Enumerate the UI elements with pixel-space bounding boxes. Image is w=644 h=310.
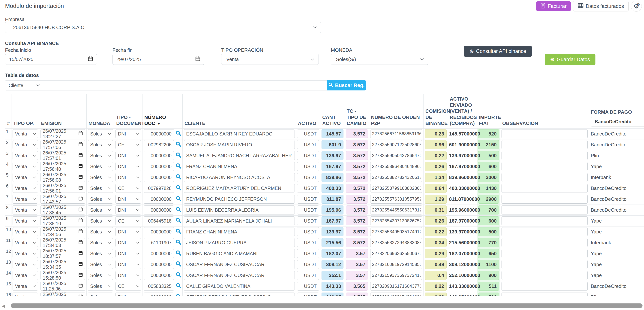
orden-p2p-input[interactable]: [370, 184, 422, 193]
orden-p2p-input[interactable]: [370, 249, 422, 258]
search-lookup-icon[interactable]: [176, 152, 182, 159]
calendar-icon[interactable]: [78, 294, 83, 296]
observacion-input[interactable]: [502, 173, 588, 182]
activo-input[interactable]: [297, 205, 319, 214]
fecha-fin-input[interactable]: 29/07/2025: [112, 54, 204, 65]
tipo-doc-select[interactable]: DNI: [116, 195, 141, 204]
buscar-reg-button[interactable]: Buscar Reg.: [327, 80, 366, 91]
calendar-icon[interactable]: [78, 142, 83, 148]
moneda-row-select[interactable]: Soles: [88, 238, 113, 247]
observacion-input[interactable]: [502, 249, 588, 258]
observacion-input[interactable]: [502, 195, 588, 204]
emision-datetime-input[interactable]: 25/07/2025 11:25:36: [40, 282, 85, 291]
search-lookup-icon[interactable]: [176, 163, 182, 170]
tipo-operacion-select[interactable]: Venta: [221, 54, 319, 65]
search-lookup-icon[interactable]: [176, 196, 182, 203]
moneda-row-select[interactable]: Soles: [88, 173, 113, 182]
calendar-icon[interactable]: [88, 56, 93, 63]
search-lookup-icon[interactable]: [176, 130, 182, 138]
calendar-icon[interactable]: [78, 251, 83, 256]
activo-input[interactable]: [297, 173, 319, 182]
observacion-input[interactable]: [502, 162, 588, 171]
moneda-row-select[interactable]: Soles: [88, 140, 113, 149]
search-input[interactable]: [43, 80, 327, 91]
moneda-row-select[interactable]: Soles: [88, 195, 113, 204]
calendar-icon[interactable]: [78, 185, 83, 191]
tipo-op-select[interactable]: Venta: [12, 162, 38, 171]
calendar-icon[interactable]: [78, 175, 83, 180]
observacion-input[interactable]: [502, 260, 588, 269]
search-lookup-icon[interactable]: [176, 228, 182, 235]
observacion-input[interactable]: [502, 184, 588, 193]
emision-datetime-input[interactable]: 25/07/2025 15:34:35: [40, 260, 85, 269]
cliente-input[interactable]: [184, 162, 295, 171]
emision-datetime-input[interactable]: 26/07/2025 17:38:10: [40, 216, 85, 225]
observacion-input[interactable]: [502, 227, 588, 236]
tipo-doc-select[interactable]: CE: [116, 282, 141, 291]
cliente-input[interactable]: [184, 184, 295, 193]
tipo-op-select[interactable]: Venta: [12, 129, 38, 138]
search-lookup-icon[interactable]: [176, 250, 182, 257]
numero-doc-input[interactable]: [144, 271, 174, 280]
activo-input[interactable]: [297, 282, 319, 291]
orden-p2p-input[interactable]: [370, 151, 422, 160]
tipo-doc-select[interactable]: DNI: [116, 292, 141, 296]
numero-doc-input[interactable]: [144, 238, 174, 247]
cliente-input[interactable]: [184, 249, 295, 258]
moneda-row-select[interactable]: Soles: [88, 292, 113, 296]
cliente-input[interactable]: [184, 292, 295, 296]
activo-input[interactable]: [297, 184, 319, 193]
orden-p2p-input[interactable]: [370, 292, 422, 296]
col-header-numero-doc[interactable]: NÚMERO DOC▼: [142, 94, 182, 129]
fecha-inicio-input[interactable]: 15/07/2025: [5, 54, 97, 65]
emision-datetime-input[interactable]: 26/07/2025 17:56:01: [40, 184, 85, 193]
numero-doc-input[interactable]: [144, 227, 174, 236]
search-lookup-icon[interactable]: [176, 272, 182, 279]
observacion-input[interactable]: [502, 140, 588, 149]
tipo-op-select[interactable]: Venta: [12, 238, 38, 247]
tipo-op-select[interactable]: Venta: [12, 205, 38, 214]
tipo-op-select[interactable]: Venta: [12, 140, 38, 149]
calendar-icon[interactable]: [78, 131, 83, 137]
forma-pago-filter-select[interactable]: BancoDeCredito: [591, 117, 644, 127]
moneda-row-select[interactable]: Soles: [88, 260, 113, 269]
tipo-doc-select[interactable]: DNI: [116, 173, 141, 182]
calendar-icon[interactable]: [195, 56, 200, 63]
orden-p2p-input[interactable]: [370, 195, 422, 204]
numero-doc-input[interactable]: [144, 260, 174, 269]
tipo-doc-select[interactable]: DNI: [116, 205, 141, 214]
activo-input[interactable]: [297, 129, 319, 138]
moneda-row-select[interactable]: Soles: [88, 216, 113, 225]
numero-doc-input[interactable]: [144, 184, 174, 193]
cliente-input[interactable]: [184, 227, 295, 236]
orden-p2p-input[interactable]: [370, 216, 422, 225]
calendar-icon[interactable]: [78, 164, 83, 169]
moneda-row-select[interactable]: Soles: [88, 227, 113, 236]
observacion-input[interactable]: [502, 238, 588, 247]
observacion-input[interactable]: [502, 205, 588, 214]
tipo-doc-select[interactable]: CE: [116, 184, 141, 193]
observacion-input[interactable]: [502, 216, 588, 225]
settings-button[interactable]: ⚙ ⚙: [631, 1, 642, 12]
tipo-doc-select[interactable]: DNI: [116, 249, 141, 258]
activo-input[interactable]: [297, 271, 319, 280]
moneda-row-select[interactable]: Soles: [88, 271, 113, 280]
search-lookup-icon[interactable]: [176, 293, 182, 296]
tipo-op-select[interactable]: Venta: [12, 173, 38, 182]
orden-p2p-input[interactable]: [370, 173, 422, 182]
calendar-icon[interactable]: [78, 207, 83, 213]
tipo-op-select[interactable]: Venta: [12, 216, 38, 225]
emision-datetime-input[interactable]: 26/07/2025 17:57:01: [40, 151, 85, 160]
numero-doc-input[interactable]: [144, 205, 174, 214]
calendar-icon[interactable]: [78, 153, 83, 158]
calendar-icon[interactable]: [78, 218, 83, 224]
orden-p2p-input[interactable]: [370, 238, 422, 247]
numero-doc-input[interactable]: [144, 292, 174, 296]
search-lookup-icon[interactable]: [176, 283, 182, 290]
tipo-op-select[interactable]: Venta: [12, 282, 38, 291]
tipo-op-select[interactable]: Venta: [12, 195, 38, 204]
activo-input[interactable]: [297, 227, 319, 236]
activo-input[interactable]: [297, 162, 319, 171]
datos-facturados-button[interactable]: Datos facturados: [573, 1, 629, 12]
numero-doc-input[interactable]: [144, 140, 174, 149]
